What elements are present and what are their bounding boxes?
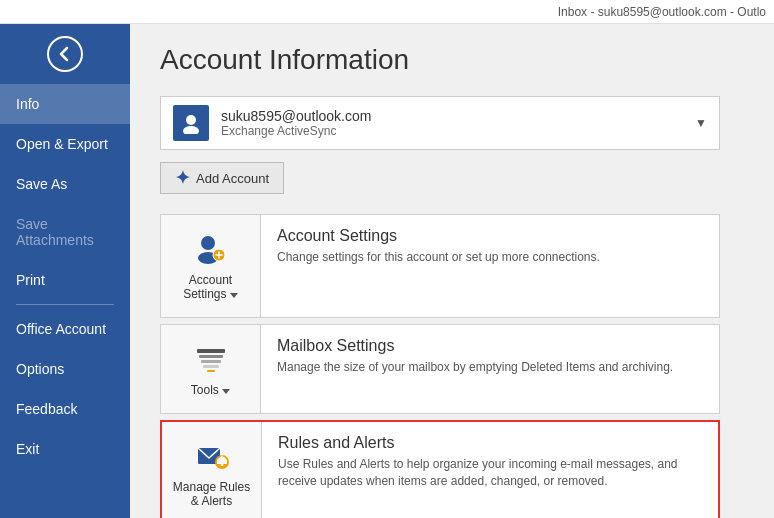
account-details: suku8595@outlook.com Exchange ActiveSync — [221, 108, 687, 138]
svg-rect-9 — [207, 370, 215, 372]
sidebar-item-options[interactable]: Options — [0, 349, 130, 389]
page-title: Account Information — [160, 44, 744, 76]
svg-point-0 — [186, 115, 196, 125]
mailbox-settings-desc: Manage the size of your mailbox by empty… — [277, 359, 703, 376]
sidebar-divider — [16, 304, 114, 305]
sidebar-item-open-export[interactable]: Open & Export — [0, 124, 130, 164]
sidebar: Info Open & Export Save As Save Attachme… — [0, 24, 130, 518]
account-type: Exchange ActiveSync — [221, 124, 687, 138]
account-settings-icon-label: AccountSettings — [183, 273, 238, 301]
svg-rect-5 — [197, 349, 225, 353]
mailbox-settings-icon-area: Tools — [161, 325, 261, 413]
sidebar-item-feedback[interactable]: Feedback — [0, 389, 130, 429]
title-bar-text: Inbox - suku8595@outlook.com - Outlo — [558, 5, 766, 19]
add-account-label: Add Account — [196, 171, 269, 186]
tools-icon-label: Tools — [191, 383, 230, 397]
rules-alerts-title: Rules and Alerts — [278, 434, 702, 452]
sidebar-item-print[interactable]: Print — [0, 260, 130, 300]
sidebar-item-exit[interactable]: Exit — [0, 429, 130, 469]
content-area: Account Information suku8595@outlook.com… — [130, 24, 774, 518]
svg-point-2 — [201, 236, 215, 250]
sidebar-item-save-attachments: Save Attachments — [0, 204, 130, 260]
svg-rect-6 — [199, 355, 223, 358]
rules-alerts-content: Rules and Alerts Use Rules and Alerts to… — [262, 422, 718, 518]
mailbox-settings-title: Mailbox Settings — [277, 337, 703, 355]
mailbox-settings-panel[interactable]: Tools Mailbox Settings Manage the size o… — [160, 324, 720, 414]
svg-point-13 — [221, 456, 223, 458]
manage-rules-icon-label: Manage Rules& Alerts — [173, 480, 250, 508]
account-email: suku8595@outlook.com — [221, 108, 687, 124]
sidebar-item-save-as[interactable]: Save As — [0, 164, 130, 204]
plus-icon: ✦ — [175, 169, 190, 187]
svg-point-1 — [183, 126, 199, 134]
svg-rect-12 — [220, 464, 223, 466]
account-settings-desc: Change settings for this account or set … — [277, 249, 703, 266]
add-account-button[interactable]: ✦ Add Account — [160, 162, 284, 194]
dropdown-arrow-icon: ▼ — [695, 116, 707, 130]
account-settings-title: Account Settings — [277, 227, 703, 245]
rules-alerts-panel[interactable]: Manage Rules& Alerts Rules and Alerts Us… — [160, 420, 720, 518]
back-button[interactable] — [0, 24, 130, 84]
back-arrow-icon — [47, 36, 83, 72]
account-avatar-icon — [173, 105, 209, 141]
account-selector[interactable]: suku8595@outlook.com Exchange ActiveSync… — [160, 96, 720, 150]
svg-rect-8 — [203, 365, 219, 368]
rules-alerts-icon-area: Manage Rules& Alerts — [162, 422, 262, 518]
sidebar-item-info[interactable]: Info — [0, 84, 130, 124]
account-settings-icon-area: AccountSettings — [161, 215, 261, 317]
account-settings-content: Account Settings Change settings for thi… — [261, 215, 719, 317]
rules-alerts-desc: Use Rules and Alerts to help organize yo… — [278, 456, 702, 490]
mailbox-settings-content: Mailbox Settings Manage the size of your… — [261, 325, 719, 413]
account-settings-panel[interactable]: AccountSettings Account Settings Change … — [160, 214, 720, 318]
sidebar-item-office-account[interactable]: Office Account — [0, 309, 130, 349]
svg-rect-7 — [201, 360, 221, 363]
